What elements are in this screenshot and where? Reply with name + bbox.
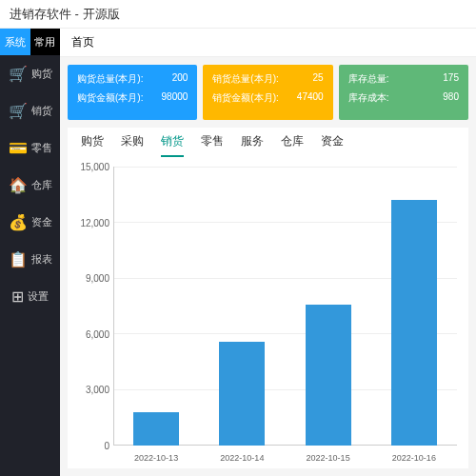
sidebar-label: 设置	[28, 289, 49, 304]
y-tick: 12,000	[80, 217, 109, 228]
card-value: 25	[313, 72, 324, 86]
stat-card-2: 库存总量:175库存成本:980	[339, 65, 468, 120]
tab-6[interactable]: 资金	[321, 133, 344, 157]
y-tick: 3,000	[86, 385, 109, 395]
sidebar-item-2[interactable]: 💳零售	[0, 129, 60, 167]
side-tab-common[interactable]: 常用	[30, 29, 61, 55]
sidebar-label: 报表	[31, 252, 52, 267]
tab-1[interactable]: 采购	[121, 133, 144, 157]
sidebar-icon: 💰	[9, 213, 28, 231]
sidebar-icon: 🛒	[9, 65, 28, 83]
card-value: 98000	[162, 91, 188, 105]
card-value: 200	[172, 72, 188, 86]
card-label: 库存成本:	[348, 91, 389, 105]
x-label: 2022-10-13	[128, 453, 185, 463]
card-value: 980	[443, 91, 459, 105]
bar-3[interactable]	[391, 200, 437, 446]
sidebar-item-5[interactable]: 📋报表	[0, 241, 60, 278]
sidebar-icon: 🏠	[9, 176, 28, 194]
sidebar-icon: 💳	[9, 139, 28, 157]
tab-4[interactable]: 服务	[241, 133, 264, 157]
sidebar-icon: 📋	[9, 250, 28, 268]
sidebar: 系统 常用 🛒购货🛒销货💳零售🏠仓库💰资金📋报表⊞设置	[0, 29, 60, 476]
sidebar-label: 购货	[31, 67, 52, 81]
tab-0[interactable]: 购货	[81, 133, 104, 157]
bar-2[interactable]	[306, 305, 351, 446]
x-label: 2022-10-15	[300, 453, 357, 463]
card-label: 销货金额(本月):	[212, 91, 278, 105]
sidebar-item-4[interactable]: 💰资金	[0, 204, 60, 241]
tab-3[interactable]: 零售	[201, 133, 224, 157]
x-label: 2022-10-16	[386, 453, 443, 463]
sidebar-item-3[interactable]: 🏠仓库	[0, 167, 60, 204]
stat-card-0: 购货总量(本月):200购货金额(本月):98000	[68, 65, 197, 120]
tab-2[interactable]: 销货	[161, 133, 184, 157]
card-label: 库存总量:	[348, 72, 389, 86]
sidebar-item-6[interactable]: ⊞设置	[0, 278, 60, 315]
breadcrumb: 首页	[60, 29, 476, 57]
card-value: 47400	[297, 91, 324, 105]
side-tab-system[interactable]: 系统	[0, 29, 30, 55]
y-tick: 9,000	[86, 273, 109, 284]
y-tick: 15,000	[80, 162, 109, 172]
card-label: 购货金额(本月):	[77, 91, 143, 105]
sidebar-label: 零售	[31, 141, 52, 155]
card-value: 175	[443, 72, 459, 86]
sidebar-item-0[interactable]: 🛒购货	[0, 55, 60, 92]
stat-card-1: 销货总量(本月):25销货金额(本月):47400	[203, 65, 332, 120]
app-header: 进销存软件 - 开源版	[0, 0, 476, 29]
y-tick: 6,000	[86, 328, 109, 339]
app-title: 进销存软件 - 开源版	[10, 6, 120, 23]
card-label: 销货总量(本月):	[212, 72, 278, 86]
sidebar-icon: ⊞	[11, 288, 24, 306]
card-label: 购货总量(本月):	[77, 72, 143, 86]
y-tick: 0	[104, 441, 109, 451]
tab-5[interactable]: 仓库	[281, 133, 304, 157]
bar-1[interactable]	[219, 342, 265, 446]
sidebar-item-1[interactable]: 🛒销货	[0, 92, 60, 129]
sidebar-icon: 🛒	[9, 102, 28, 120]
bar-0[interactable]	[133, 412, 179, 446]
sidebar-label: 销货	[31, 104, 52, 118]
sidebar-label: 仓库	[31, 178, 52, 192]
x-label: 2022-10-14	[213, 453, 270, 463]
sidebar-label: 资金	[31, 215, 52, 229]
chart: 03,0006,0009,00012,00015,000 2022-10-132…	[68, 157, 468, 468]
